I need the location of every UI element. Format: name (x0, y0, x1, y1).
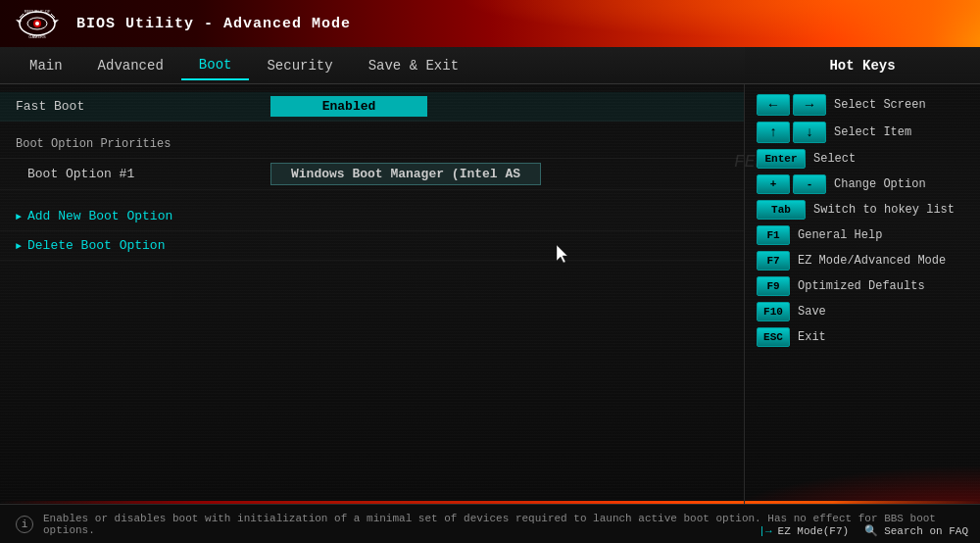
hotkey-select: Enter Select (757, 149, 968, 169)
boot-option1-value[interactable]: Windows Boot Manager (Intel AS (270, 163, 541, 185)
svg-text:REPUBLIC OF: REPUBLIC OF (24, 9, 51, 14)
ez-mode-label: EZ Mode(F7) (778, 525, 850, 537)
boot-priorities-row: Boot Option Priorities (0, 129, 745, 159)
svg-point-4 (35, 22, 39, 25)
hotkey-up: ↑ (757, 122, 790, 143)
logo-area: REPUBLIC OF GAMERS BIOS Utility - Advanc… (16, 6, 351, 41)
hotkey-f7: F7 EZ Mode/Advanced Mode (757, 251, 968, 271)
hotkey-f7-btn: F7 (757, 251, 790, 271)
nav-boot[interactable]: Boot (181, 51, 250, 80)
fast-boot-value[interactable]: Enabled (270, 96, 427, 117)
hotkey-select-screen: ← → Select Screen (757, 94, 968, 116)
hotkey-select-item-desc: Select Item (834, 125, 911, 139)
delete-boot-label[interactable]: Delete Boot Option (16, 238, 165, 253)
bios-title: BIOS Utility - Advanced Mode (76, 16, 351, 32)
hotkey-minus: - (793, 174, 826, 194)
hotkey-f9: F9 Optimized Defaults (757, 276, 968, 296)
svg-text:GAMERS: GAMERS (28, 34, 46, 39)
hotkey-left: ← (757, 94, 790, 116)
boot-priorities-label: Boot Option Priorities (16, 137, 270, 151)
bottom-right-buttons: |→ EZ Mode(F7) 🔍 Search on FAQ (759, 524, 968, 537)
hotkeys-sidebar: ← → Select Screen ↑ ↓ Select Item Enter … (745, 84, 980, 504)
info-bar: i Enables or disables boot with initiali… (0, 504, 980, 543)
hotkey-select-screen-desc: Select Screen (834, 98, 926, 112)
info-icon: i (16, 516, 33, 533)
hotkey-pm-pair: + - (757, 174, 826, 194)
add-boot-row[interactable]: Add New Boot Option (0, 202, 745, 231)
search-faq-btn[interactable]: 🔍 Search on FAQ (864, 524, 968, 537)
hotkey-tab-desc: Switch to hokey list (813, 203, 955, 217)
hotkey-f1-btn: F1 (757, 225, 790, 245)
hotkey-f1-desc: General Help (798, 228, 882, 242)
hotkey-down: ↓ (793, 122, 826, 143)
fast-boot-row[interactable]: Fast Boot Enabled (0, 92, 745, 122)
hotkey-esc: ESC Exit (757, 327, 968, 347)
hotkeys-header: Hot Keys (745, 47, 980, 84)
hotkey-esc-btn: ESC (757, 327, 790, 347)
hotkey-right: → (793, 94, 826, 116)
rog-logo: REPUBLIC OF GAMERS (16, 6, 59, 41)
hotkey-select-desc: Select (813, 152, 856, 166)
hotkey-f10: F10 Save (757, 302, 968, 321)
header-bar: REPUBLIC OF GAMERS BIOS Utility - Advanc… (0, 0, 980, 47)
hotkey-f9-desc: Optimized Defaults (798, 279, 925, 293)
nav-security[interactable]: Security (249, 52, 350, 79)
boot-option1-row[interactable]: Boot Option #1 Windows Boot Manager (Int… (0, 159, 745, 190)
hotkey-change-option-desc: Change Option (834, 177, 926, 191)
nav-save-exit[interactable]: Save & Exit (351, 52, 476, 79)
hotkey-tab-btn: Tab (757, 200, 806, 220)
hotkey-f7-desc: EZ Mode/Advanced Mode (798, 254, 946, 268)
search-icon: 🔍 (864, 524, 878, 537)
hotkey-ud-pair: ↑ ↓ (757, 122, 826, 143)
hotkey-tab: Tab Switch to hokey list (757, 200, 968, 220)
nav-advanced[interactable]: Advanced (80, 52, 181, 79)
hotkey-plus: + (757, 174, 790, 194)
boot-option1-label: Boot Option #1 (16, 167, 270, 181)
hotkey-esc-desc: Exit (798, 330, 826, 344)
hotkey-f10-desc: Save (798, 305, 826, 319)
fast-boot-label: Fast Boot (16, 99, 270, 114)
delete-boot-row[interactable]: Delete Boot Option (0, 231, 745, 261)
hotkey-f10-btn: F10 (757, 302, 790, 321)
ez-mode-btn[interactable]: |→ EZ Mode(F7) (759, 524, 849, 537)
hotkey-lr-pair: ← → (757, 94, 826, 116)
hotkey-change-option: + - Change Option (757, 174, 968, 194)
bottom-separator-icon: |→ (759, 525, 771, 537)
vert-separator (744, 84, 745, 504)
add-boot-label[interactable]: Add New Boot Option (16, 209, 172, 223)
search-faq-label: Search on FAQ (884, 525, 968, 537)
nav-main[interactable]: Main (12, 52, 80, 79)
hotkeys-header-text: Hot Keys (829, 58, 895, 74)
hotkey-select-item: ↑ ↓ Select Item (757, 122, 968, 143)
hotkey-f1: F1 General Help (757, 225, 968, 245)
content-area: Fast Boot Enabled Boot Option Priorities… (0, 84, 745, 504)
hotkey-f9-btn: F9 (757, 276, 790, 296)
hotkey-enter: Enter (757, 149, 806, 169)
